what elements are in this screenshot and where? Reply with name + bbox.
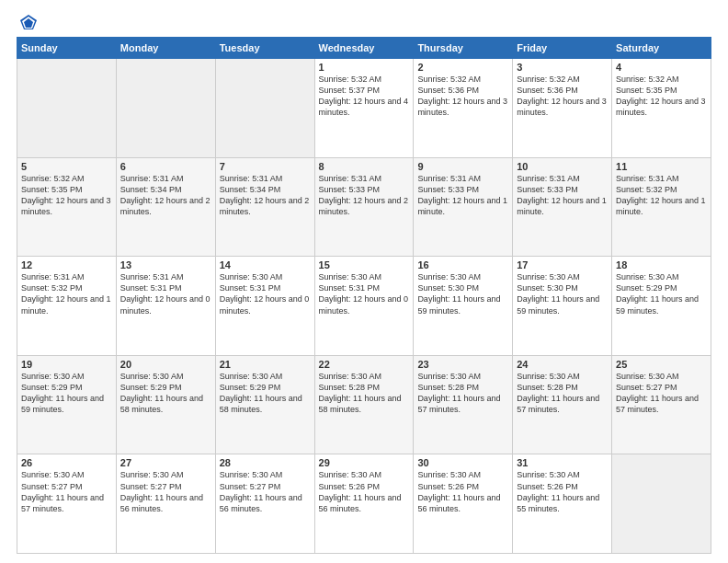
calendar-cell: 3Sunrise: 5:32 AMSunset: 5:36 PMDaylight… xyxy=(513,59,612,158)
calendar-cell: 12Sunrise: 5:31 AMSunset: 5:32 PMDayligh… xyxy=(17,257,117,356)
day-info: Sunrise: 5:32 AMSunset: 5:35 PMDaylight:… xyxy=(21,173,112,218)
calendar-cell xyxy=(17,59,117,158)
day-info: Sunrise: 5:31 AMSunset: 5:33 PMDaylight:… xyxy=(517,173,608,218)
logo xyxy=(17,15,39,29)
day-number: 2 xyxy=(417,62,508,73)
day-info: Sunrise: 5:31 AMSunset: 5:34 PMDaylight:… xyxy=(120,173,211,218)
calendar-cell: 15Sunrise: 5:30 AMSunset: 5:31 PMDayligh… xyxy=(314,257,414,356)
calendar-cell xyxy=(612,454,711,554)
day-info: Sunrise: 5:31 AMSunset: 5:32 PMDaylight:… xyxy=(21,271,112,316)
day-number: 21 xyxy=(220,359,311,370)
weekday-header-sunday: Sunday xyxy=(17,38,117,59)
calendar-cell: 23Sunrise: 5:30 AMSunset: 5:28 PMDayligh… xyxy=(414,355,513,454)
calendar-week-row: 12Sunrise: 5:31 AMSunset: 5:32 PMDayligh… xyxy=(17,257,711,356)
calendar-cell: 26Sunrise: 5:30 AMSunset: 5:27 PMDayligh… xyxy=(17,454,117,554)
calendar-week-row: 19Sunrise: 5:30 AMSunset: 5:29 PMDayligh… xyxy=(17,355,711,454)
calendar-cell: 9Sunrise: 5:31 AMSunset: 5:33 PMDaylight… xyxy=(414,157,513,257)
day-info: Sunrise: 5:30 AMSunset: 5:28 PMDaylight:… xyxy=(517,371,608,416)
weekday-header-friday: Friday xyxy=(513,38,612,59)
day-info: Sunrise: 5:32 AMSunset: 5:36 PMDaylight:… xyxy=(417,74,508,119)
calendar-cell: 28Sunrise: 5:30 AMSunset: 5:27 PMDayligh… xyxy=(215,454,314,554)
calendar-cell: 13Sunrise: 5:31 AMSunset: 5:31 PMDayligh… xyxy=(116,257,215,356)
day-number: 11 xyxy=(616,161,707,172)
day-number: 14 xyxy=(220,259,311,270)
page: SundayMondayTuesdayWednesdayThursdayFrid… xyxy=(0,0,728,563)
calendar-cell: 1Sunrise: 5:32 AMSunset: 5:37 PMDaylight… xyxy=(314,59,414,158)
day-info: Sunrise: 5:30 AMSunset: 5:28 PMDaylight:… xyxy=(417,371,508,416)
day-info: Sunrise: 5:30 AMSunset: 5:29 PMDaylight:… xyxy=(120,371,211,416)
day-number: 22 xyxy=(319,359,410,370)
day-info: Sunrise: 5:30 AMSunset: 5:30 PMDaylight:… xyxy=(517,271,608,316)
calendar-week-row: 26Sunrise: 5:30 AMSunset: 5:27 PMDayligh… xyxy=(17,454,711,554)
day-number: 15 xyxy=(319,259,410,270)
header xyxy=(17,15,711,29)
calendar-cell: 20Sunrise: 5:30 AMSunset: 5:29 PMDayligh… xyxy=(116,355,215,454)
calendar-cell: 11Sunrise: 5:31 AMSunset: 5:32 PMDayligh… xyxy=(612,157,711,257)
day-number: 31 xyxy=(517,457,608,468)
day-info: Sunrise: 5:31 AMSunset: 5:32 PMDaylight:… xyxy=(616,173,707,218)
day-number: 30 xyxy=(417,457,508,468)
calendar-cell xyxy=(116,59,215,158)
logo-flag-icon xyxy=(18,13,39,33)
calendar-cell: 10Sunrise: 5:31 AMSunset: 5:33 PMDayligh… xyxy=(513,157,612,257)
day-number: 5 xyxy=(21,161,112,172)
day-info: Sunrise: 5:31 AMSunset: 5:34 PMDaylight:… xyxy=(220,173,311,218)
calendar-cell: 29Sunrise: 5:30 AMSunset: 5:26 PMDayligh… xyxy=(314,454,414,554)
weekday-header-wednesday: Wednesday xyxy=(314,38,414,59)
day-number: 1 xyxy=(319,62,410,73)
day-info: Sunrise: 5:30 AMSunset: 5:29 PMDaylight:… xyxy=(220,371,311,416)
weekday-header-monday: Monday xyxy=(116,38,215,59)
calendar-table: SundayMondayTuesdayWednesdayThursdayFrid… xyxy=(17,37,711,554)
calendar-cell: 24Sunrise: 5:30 AMSunset: 5:28 PMDayligh… xyxy=(513,355,612,454)
weekday-header-saturday: Saturday xyxy=(612,38,711,59)
day-number: 19 xyxy=(21,359,112,370)
day-info: Sunrise: 5:30 AMSunset: 5:29 PMDaylight:… xyxy=(616,271,707,316)
weekday-header-tuesday: Tuesday xyxy=(215,38,314,59)
day-info: Sunrise: 5:30 AMSunset: 5:31 PMDaylight:… xyxy=(319,271,410,316)
day-info: Sunrise: 5:30 AMSunset: 5:30 PMDaylight:… xyxy=(417,271,508,316)
day-info: Sunrise: 5:30 AMSunset: 5:27 PMDaylight:… xyxy=(120,469,211,514)
calendar-cell: 6Sunrise: 5:31 AMSunset: 5:34 PMDaylight… xyxy=(116,157,215,257)
calendar-cell: 30Sunrise: 5:30 AMSunset: 5:26 PMDayligh… xyxy=(414,454,513,554)
calendar-cell: 4Sunrise: 5:32 AMSunset: 5:35 PMDaylight… xyxy=(612,59,711,158)
calendar-cell: 16Sunrise: 5:30 AMSunset: 5:30 PMDayligh… xyxy=(414,257,513,356)
day-number: 6 xyxy=(120,161,211,172)
calendar-week-row: 1Sunrise: 5:32 AMSunset: 5:37 PMDaylight… xyxy=(17,59,711,158)
day-info: Sunrise: 5:32 AMSunset: 5:35 PMDaylight:… xyxy=(616,74,707,119)
calendar-cell: 21Sunrise: 5:30 AMSunset: 5:29 PMDayligh… xyxy=(215,355,314,454)
day-number: 13 xyxy=(120,259,211,270)
day-number: 4 xyxy=(616,62,707,73)
day-info: Sunrise: 5:30 AMSunset: 5:26 PMDaylight:… xyxy=(417,469,508,514)
day-number: 7 xyxy=(220,161,311,172)
calendar-cell: 17Sunrise: 5:30 AMSunset: 5:30 PMDayligh… xyxy=(513,257,612,356)
day-number: 26 xyxy=(21,457,112,468)
day-info: Sunrise: 5:31 AMSunset: 5:33 PMDaylight:… xyxy=(417,173,508,218)
day-info: Sunrise: 5:30 AMSunset: 5:31 PMDaylight:… xyxy=(220,271,311,316)
calendar-cell: 14Sunrise: 5:30 AMSunset: 5:31 PMDayligh… xyxy=(215,257,314,356)
day-number: 27 xyxy=(120,457,211,468)
day-number: 10 xyxy=(517,161,608,172)
day-number: 20 xyxy=(120,359,211,370)
calendar-cell: 19Sunrise: 5:30 AMSunset: 5:29 PMDayligh… xyxy=(17,355,117,454)
calendar-cell: 7Sunrise: 5:31 AMSunset: 5:34 PMDaylight… xyxy=(215,157,314,257)
day-info: Sunrise: 5:30 AMSunset: 5:29 PMDaylight:… xyxy=(21,371,112,416)
calendar-cell: 8Sunrise: 5:31 AMSunset: 5:33 PMDaylight… xyxy=(314,157,414,257)
day-number: 18 xyxy=(616,259,707,270)
calendar-cell: 25Sunrise: 5:30 AMSunset: 5:27 PMDayligh… xyxy=(612,355,711,454)
day-info: Sunrise: 5:32 AMSunset: 5:36 PMDaylight:… xyxy=(517,74,608,119)
calendar-cell: 18Sunrise: 5:30 AMSunset: 5:29 PMDayligh… xyxy=(612,257,711,356)
day-number: 25 xyxy=(616,359,707,370)
day-number: 3 xyxy=(517,62,608,73)
calendar-cell: 5Sunrise: 5:32 AMSunset: 5:35 PMDaylight… xyxy=(17,157,117,257)
day-number: 23 xyxy=(417,359,508,370)
weekday-header-row: SundayMondayTuesdayWednesdayThursdayFrid… xyxy=(17,38,711,59)
day-number: 29 xyxy=(319,457,410,468)
calendar-cell: 2Sunrise: 5:32 AMSunset: 5:36 PMDaylight… xyxy=(414,59,513,158)
day-info: Sunrise: 5:30 AMSunset: 5:28 PMDaylight:… xyxy=(319,371,410,416)
calendar-cell xyxy=(215,59,314,158)
calendar-cell: 31Sunrise: 5:30 AMSunset: 5:26 PMDayligh… xyxy=(513,454,612,554)
day-number: 16 xyxy=(417,259,508,270)
calendar-week-row: 5Sunrise: 5:32 AMSunset: 5:35 PMDaylight… xyxy=(17,157,711,257)
day-info: Sunrise: 5:30 AMSunset: 5:27 PMDaylight:… xyxy=(616,371,707,416)
day-number: 9 xyxy=(417,161,508,172)
